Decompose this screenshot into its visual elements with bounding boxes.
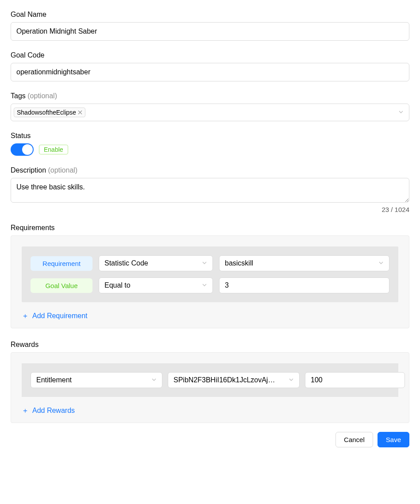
reward-item-select[interactable]: SPibN2F3BHiI16Dk1JcLzovAj…: [168, 372, 300, 388]
reward-quantity-input[interactable]: [305, 372, 405, 388]
add-requirement-label: Add Requirement: [32, 312, 88, 320]
reward-type-select[interactable]: Entitlement: [31, 372, 162, 388]
goal-value-operator: Equal to: [104, 281, 131, 289]
goal-value-input[interactable]: [219, 277, 389, 293]
requirement-badge: Requirement: [31, 256, 92, 271]
goal-code-input[interactable]: [11, 63, 409, 81]
status-label: Status: [11, 132, 409, 140]
requirement-value-select[interactable]: basicskill: [219, 255, 389, 271]
cancel-button[interactable]: Cancel: [335, 432, 373, 447]
plus-icon: ＋: [22, 407, 29, 414]
tags-label-text: Tags: [11, 92, 26, 100]
chevron-down-icon: [202, 281, 207, 289]
description-optional: (optional): [48, 166, 77, 174]
add-requirement-button[interactable]: ＋ Add Requirement: [22, 312, 88, 320]
goal-code-label: Goal Code: [11, 51, 409, 59]
description-label: Description (optional): [11, 166, 409, 174]
reward-type-value: Entitlement: [36, 376, 72, 384]
save-button[interactable]: Save: [378, 432, 409, 447]
status-toggle[interactable]: [11, 143, 34, 156]
tags-label: Tags (optional): [11, 92, 409, 100]
tag-chip-label: ShadowsoftheEclipse: [17, 109, 76, 116]
chevron-down-icon: [378, 259, 384, 267]
rewards-label: Rewards: [11, 341, 409, 349]
requirement-type-value: Statistic Code: [104, 259, 148, 267]
switch-knob: [22, 144, 33, 155]
tag-remove-icon[interactable]: [78, 109, 82, 115]
status-badge: Enable: [39, 145, 68, 154]
goal-name-input[interactable]: [11, 22, 409, 41]
add-rewards-label: Add Rewards: [32, 407, 75, 415]
tags-input[interactable]: ShadowsoftheEclipse: [11, 104, 409, 121]
tag-chip: ShadowsoftheEclipse: [14, 108, 85, 117]
description-counter: 23 / 1024: [11, 206, 409, 213]
goal-value-badge: Goal Value: [31, 278, 92, 293]
tags-optional: (optional): [27, 92, 57, 100]
plus-icon: ＋: [22, 312, 29, 319]
reward-item-value: SPibN2F3BHiI16Dk1JcLzovAj…: [173, 376, 280, 384]
description-label-text: Description: [11, 166, 46, 174]
rewards-panel: Entitlement SPibN2F3BHiI16Dk1JcLzovAj… ＋…: [11, 352, 409, 423]
chevron-down-icon: [398, 109, 404, 116]
requirement-statcode-value: basicskill: [225, 259, 253, 267]
description-textarea[interactable]: Use three basic skills.: [11, 178, 409, 203]
goal-value-operator-select[interactable]: Equal to: [99, 277, 213, 293]
chevron-down-icon: [151, 376, 157, 384]
requirement-type-select[interactable]: Statistic Code: [99, 255, 213, 271]
chevron-down-icon: [202, 259, 207, 267]
add-rewards-button[interactable]: ＋ Add Rewards: [22, 407, 75, 415]
requirements-label: Requirements: [11, 224, 409, 232]
requirements-panel: Requirement Statistic Code basicskill Go…: [11, 235, 409, 328]
chevron-down-icon: [289, 376, 294, 384]
goal-name-label: Goal Name: [11, 11, 409, 19]
